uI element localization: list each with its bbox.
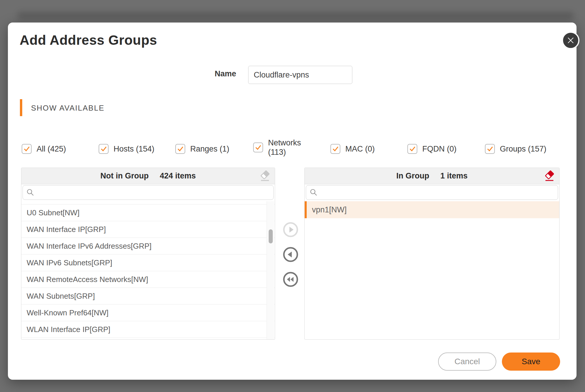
eraser-icon <box>259 170 271 182</box>
arrow-right-circle-icon <box>282 221 299 238</box>
selected-list-item[interactable]: vpn1[NW] <box>305 201 559 218</box>
list-item[interactable]: WAN Interface IPv6 Addresses[GRP] <box>21 238 275 255</box>
close-icon <box>567 37 574 44</box>
in-group-search[interactable] <box>306 185 558 200</box>
panel-item-count: 1 items <box>440 171 468 180</box>
filter-label: All (425) <box>37 144 66 154</box>
double-arrow-left-circle-icon <box>282 271 299 288</box>
close-button[interactable] <box>562 32 579 49</box>
filter-label: Hosts (154) <box>114 144 155 154</box>
eraser-icon <box>543 170 555 182</box>
filter-groups[interactable]: Groups (157) <box>485 144 546 154</box>
checkbox-mac[interactable] <box>330 144 340 154</box>
arrow-left-circle-icon <box>282 246 299 263</box>
panel-title: Not in Group <box>100 171 149 180</box>
scrollbar-track[interactable] <box>267 201 274 339</box>
not-in-group-search-input[interactable] <box>35 185 273 200</box>
name-input[interactable] <box>248 66 352 84</box>
not-in-group-list: U0 Subnet[NW] WAN Interface IP[GRP] WAN … <box>21 201 275 339</box>
check-icon <box>408 144 417 154</box>
dialog-title: Add Address Groups <box>20 32 157 48</box>
list-item[interactable]: U0 Subnet[NW] <box>21 204 275 221</box>
check-icon <box>486 144 494 154</box>
check-icon <box>22 144 31 154</box>
list-item[interactable]: WAN IPv6 Subnets[GRP] <box>21 255 275 271</box>
filter-label: MAC (0) <box>345 144 375 154</box>
add-address-groups-dialog: Add Address Groups Name SHOW AVAILABLE A… <box>8 23 577 380</box>
list-item[interactable]: WAN RemoteAccess Networks[NW] <box>21 271 275 288</box>
filter-label: Groups (157) <box>500 144 546 154</box>
panel-title: In Group <box>396 171 429 180</box>
checkbox-groups[interactable] <box>485 144 495 154</box>
filter-hosts[interactable]: Hosts (154) <box>99 144 155 154</box>
filter-all[interactable]: All (425) <box>22 144 66 154</box>
filter-label: FQDN (0) <box>422 144 457 154</box>
save-button[interactable]: Save <box>502 353 560 371</box>
section-header: SHOW AVAILABLE <box>31 104 104 113</box>
move-all-left-button[interactable] <box>282 271 299 288</box>
panel-item-count: 424 items <box>160 171 196 180</box>
checkbox-ranges[interactable] <box>175 144 185 154</box>
list-item[interactable]: WLAN Interface IP[GRP] <box>21 321 275 338</box>
check-icon <box>176 144 185 154</box>
scrollbar-thumb[interactable] <box>269 229 273 243</box>
in-group-search-input[interactable] <box>318 185 558 200</box>
cancel-button[interactable]: Cancel <box>438 353 496 371</box>
clear-right-selection-button[interactable] <box>543 170 556 183</box>
in-group-panel: In Group 1 items vpn1[NW] <box>304 168 560 340</box>
move-left-button[interactable] <box>282 246 299 263</box>
filter-mac[interactable]: MAC (0) <box>330 144 375 154</box>
filter-fqdn[interactable]: FQDN (0) <box>407 144 457 154</box>
list-item[interactable]: WAN Subnets[GRP] <box>21 288 275 305</box>
in-group-list: vpn1[NW] <box>305 201 559 339</box>
check-icon <box>254 142 263 152</box>
list-item[interactable]: WAN Interface IP[GRP] <box>21 221 275 238</box>
clear-left-selection-button[interactable] <box>258 170 271 183</box>
in-group-header: In Group 1 items <box>305 168 559 184</box>
search-icon <box>26 188 35 197</box>
filter-label: Networks (113) <box>268 138 301 157</box>
search-icon <box>310 188 318 197</box>
not-in-group-search[interactable] <box>23 185 274 200</box>
background-blur <box>18 12 574 20</box>
checkbox-hosts[interactable] <box>99 144 109 154</box>
checkbox-fqdn[interactable] <box>407 144 417 154</box>
partial-list-row <box>21 201 275 204</box>
check-icon <box>99 144 108 154</box>
name-label: Name <box>183 69 236 78</box>
not-in-group-panel: Not in Group 424 items U0 Subne <box>21 168 275 340</box>
filter-networks[interactable]: Networks (113) <box>253 138 301 157</box>
checkbox-networks[interactable] <box>253 142 263 152</box>
check-icon <box>331 144 340 154</box>
move-right-button[interactable] <box>282 221 299 238</box>
not-in-group-header: Not in Group 424 items <box>21 168 275 184</box>
list-item[interactable]: Well-Known Pref64[NW] <box>21 305 275 321</box>
checkbox-all[interactable] <box>22 144 32 154</box>
filter-label: Ranges (1) <box>190 144 229 154</box>
section-accent-bar <box>20 99 22 116</box>
filter-ranges[interactable]: Ranges (1) <box>175 144 229 154</box>
